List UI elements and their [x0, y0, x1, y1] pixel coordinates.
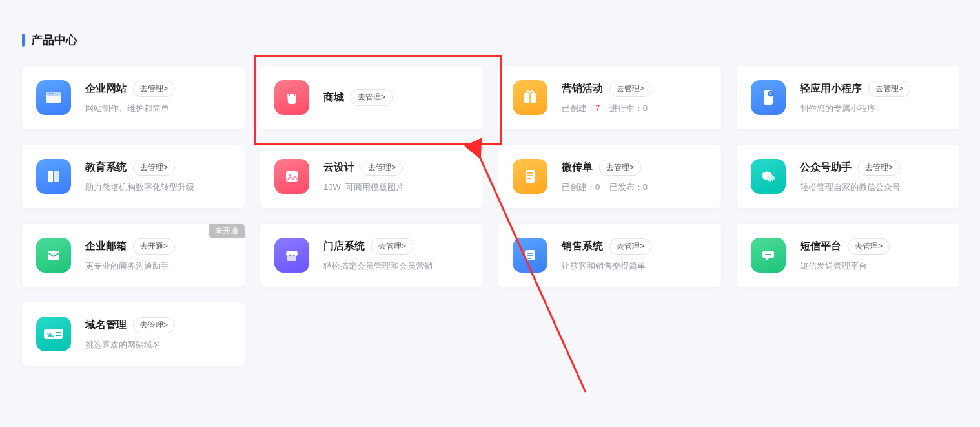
card-desc: 更专业的商务沟通助手 — [85, 260, 230, 273]
card-desc: 短信发送管理平台 — [800, 260, 945, 273]
card-stats: 已创建：7 进行中：0 — [562, 102, 707, 115]
stat-created-label: 已创建： — [562, 182, 595, 192]
svg-rect-6 — [529, 93, 531, 103]
card-title: 销售系统 — [562, 240, 603, 253]
card-desc: 助力教培机构数字化转型升级 — [85, 181, 230, 194]
section-title-bar — [22, 34, 25, 47]
svg-rect-30 — [56, 335, 61, 336]
svg-rect-23 — [527, 255, 533, 256]
stat-created-value: 0 — [595, 182, 600, 192]
card-domain[interactable]: W. 域名管理 去管理> 挑选喜欢的网站域名 — [22, 302, 245, 366]
product-center-section: 产品中心 企业网站 去管理> 网站制作、维护都简单 商城 — [0, 0, 980, 366]
card-desc: 网站制作、维护都简单 — [85, 102, 230, 115]
stat-pub-label: 已发布： — [609, 182, 643, 192]
manage-button[interactable]: 去管理> — [609, 238, 651, 255]
card-design[interactable]: 云设计 去管理> 10W+可商用模板图片 — [260, 145, 483, 208]
svg-rect-20 — [287, 256, 296, 261]
stat-running-label: 进行中： — [609, 103, 643, 113]
card-desc: 让获客和销售变得简单 — [562, 260, 707, 273]
activate-button[interactable]: 去开通> — [133, 238, 175, 255]
card-desc: 制作您的专属小程序 — [800, 102, 945, 115]
svg-point-8 — [768, 91, 774, 97]
window-icon — [36, 80, 71, 115]
card-desc: 轻松管理自家的微信公众号 — [800, 181, 945, 194]
stat-created-label: 已创建： — [562, 103, 595, 113]
card-title: 企业网站 — [85, 82, 127, 96]
manage-button[interactable]: 去管理> — [133, 317, 175, 333]
chat-icon — [751, 238, 786, 273]
section-title-row: 产品中心 — [22, 32, 958, 48]
card-flyer[interactable]: 微传单 去管理> 已创建：0 已发布：0 — [498, 145, 721, 208]
card-mall[interactable]: 商城 去管理> — [260, 66, 483, 129]
shopping-bag-icon — [274, 80, 309, 115]
flyer-icon — [513, 159, 547, 194]
manage-button[interactable]: 去管理> — [133, 81, 175, 97]
svg-point-11 — [289, 174, 291, 176]
stat-running-value: 0 — [643, 103, 648, 113]
svg-rect-15 — [527, 178, 531, 179]
stat-pub-value: 0 — [643, 182, 648, 192]
svg-rect-19 — [48, 251, 59, 260]
card-desc: 挑选喜欢的网站域名 — [85, 338, 230, 351]
card-sales[interactable]: 销售系统 去管理> 让获客和销售变得简单 — [498, 224, 721, 287]
manage-button[interactable]: 去管理> — [599, 160, 641, 176]
card-title: 门店系统 — [323, 240, 365, 253]
list-icon — [513, 238, 547, 273]
card-title: 商城 — [323, 91, 344, 105]
card-title: 轻应用小程序 — [800, 82, 862, 96]
card-miniapp[interactable]: 轻应用小程序 去管理> 制作您的专属小程序 — [737, 66, 959, 129]
manage-button[interactable]: 去管理> — [868, 81, 910, 97]
svg-rect-9 — [53, 171, 54, 182]
card-title: 教育系统 — [85, 161, 127, 174]
card-store[interactable]: 门店系统 去管理> 轻松搞定会员管理和会员营销 — [260, 224, 483, 287]
section-title: 产品中心 — [31, 32, 77, 48]
card-title: 公众号助手 — [800, 161, 852, 174]
svg-rect-13 — [527, 172, 533, 174]
svg-rect-1 — [46, 92, 61, 96]
image-icon — [274, 159, 309, 194]
card-title: 企业邮箱 — [85, 240, 127, 253]
manage-button[interactable]: 去管理> — [848, 238, 890, 255]
card-title: 短信平台 — [800, 240, 841, 253]
svg-rect-24 — [527, 258, 531, 259]
envelope-icon — [36, 238, 71, 273]
svg-point-3 — [52, 93, 53, 94]
manage-button[interactable]: 去管理> — [371, 238, 413, 255]
manage-button[interactable]: 去管理> — [133, 160, 175, 176]
manage-button[interactable]: 去管理> — [361, 160, 403, 176]
svg-text:W.: W. — [47, 331, 54, 338]
card-sms[interactable]: 短信平台 去管理> 短信发送管理平台 — [737, 224, 959, 287]
manage-button[interactable]: 去管理> — [858, 160, 900, 176]
card-title: 域名管理 — [85, 318, 127, 332]
manage-button[interactable]: 去管理> — [351, 89, 393, 105]
card-edu[interactable]: 教育系统 去管理> 助力教培机构数字化转型升级 — [22, 145, 245, 208]
domain-icon: W. — [36, 317, 71, 351]
svg-rect-22 — [527, 253, 533, 254]
svg-rect-14 — [527, 175, 533, 176]
card-title: 营销活动 — [562, 82, 603, 96]
card-desc: 轻松搞定会员管理和会员营销 — [323, 260, 469, 273]
status-badge: 未开通 — [209, 224, 245, 238]
svg-rect-29 — [56, 332, 61, 333]
card-site[interactable]: 企业网站 去管理> 网站制作、维护都简单 — [22, 66, 245, 129]
card-stats: 已创建：0 已发布：0 — [562, 181, 707, 194]
product-grid: 企业网站 去管理> 网站制作、维护都简单 商城 去管理> — [22, 66, 958, 366]
wechat-icon — [751, 159, 786, 194]
miniapp-icon — [751, 80, 786, 115]
card-title: 云设计 — [323, 161, 354, 174]
card-title: 微传单 — [562, 161, 593, 174]
card-desc: 10W+可商用模板图片 — [323, 181, 469, 194]
storefront-icon — [274, 238, 309, 273]
manage-button[interactable]: 去管理> — [609, 81, 651, 97]
book-icon — [36, 159, 71, 194]
gift-icon — [513, 80, 547, 115]
svg-rect-26 — [765, 254, 771, 255]
card-mail[interactable]: 未开通 企业邮箱 去开通> 更专业的商务沟通助手 — [22, 224, 245, 287]
card-oa[interactable]: 公众号助手 去管理> 轻松管理自家的微信公众号 — [737, 145, 959, 208]
stat-created-value: 7 — [595, 103, 600, 113]
card-marketing[interactable]: 营销活动 去管理> 已创建：7 进行中：0 — [498, 66, 721, 129]
svg-point-2 — [49, 93, 50, 94]
